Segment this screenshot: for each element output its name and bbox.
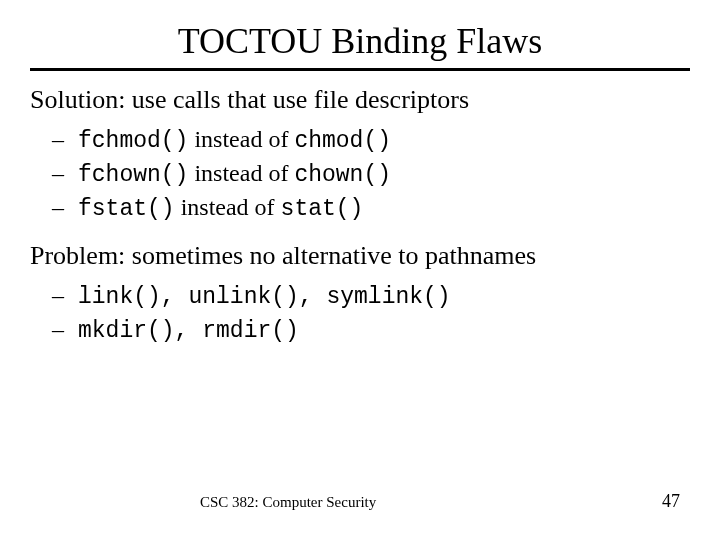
func-new: fstat() xyxy=(78,196,175,222)
slide-title: TOCTOU Binding Flaws xyxy=(30,20,690,62)
list-item: fchmod() instead of chmod() xyxy=(78,123,690,157)
func-old: chown() xyxy=(294,162,391,188)
title-underline xyxy=(30,68,690,71)
func-list: link(), unlink(), symlink() xyxy=(78,284,451,310)
func-list: mkdir(), rmdir() xyxy=(78,318,299,344)
instead-of: instead of xyxy=(175,194,281,220)
solution-heading: Solution: use calls that use file descri… xyxy=(30,85,690,115)
instead-of: instead of xyxy=(188,126,294,152)
list-item: fchown() instead of chown() xyxy=(78,157,690,191)
instead-of: instead of xyxy=(188,160,294,186)
problem-heading: Problem: sometimes no alternative to pat… xyxy=(30,241,690,271)
func-new: fchown() xyxy=(78,162,188,188)
func-new: fchmod() xyxy=(78,128,188,154)
func-old: stat() xyxy=(281,196,364,222)
footer-course: CSC 382: Computer Security xyxy=(200,494,376,511)
list-item: link(), unlink(), symlink() xyxy=(78,279,690,313)
func-old: chmod() xyxy=(294,128,391,154)
list-item: mkdir(), rmdir() xyxy=(78,313,690,347)
problem-list: link(), unlink(), symlink() mkdir(), rmd… xyxy=(30,279,690,347)
footer: CSC 382: Computer Security 47 xyxy=(0,491,720,512)
footer-page-number: 47 xyxy=(662,491,680,512)
list-item: fstat() instead of stat() xyxy=(78,191,690,225)
solution-list: fchmod() instead of chmod() fchown() ins… xyxy=(30,123,690,225)
